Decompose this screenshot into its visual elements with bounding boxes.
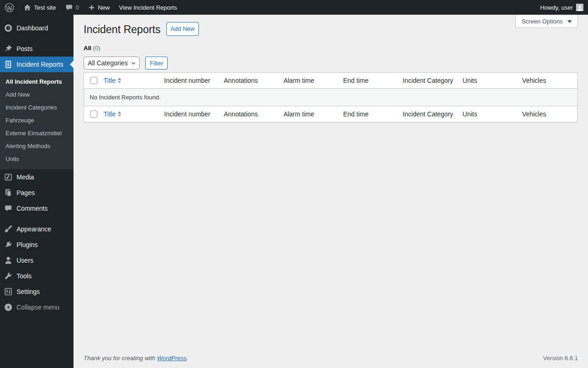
pin-icon xyxy=(0,44,17,53)
column-annotations: Annotations xyxy=(219,73,279,89)
sidebar-item-pages[interactable]: Pages xyxy=(0,185,74,201)
chevron-down-icon xyxy=(131,61,136,66)
column-title-bottom: Title xyxy=(99,106,159,122)
footer-version: Version 6.6.1 xyxy=(543,355,578,362)
sort-arrows-icon xyxy=(118,78,121,83)
document-icon xyxy=(0,60,17,69)
comments-menu[interactable]: 0 xyxy=(61,0,84,15)
views-list: All (0) xyxy=(84,45,579,52)
site-menu[interactable]: Test site xyxy=(19,0,61,15)
avatar xyxy=(576,4,583,11)
view-incident-reports-link[interactable]: View Incident Reports xyxy=(114,0,181,15)
collapse-menu-button[interactable]: Collapse menu xyxy=(0,299,74,315)
submenu-incident-categories[interactable]: Incident Categories xyxy=(0,101,74,114)
footer: Thank you for creating with WordPress. V… xyxy=(84,355,578,362)
view-all-link[interactable]: All xyxy=(84,45,91,52)
chevron-down-icon xyxy=(567,20,572,23)
column-end-time: End time xyxy=(339,73,398,89)
comments-count: 0 xyxy=(76,4,79,11)
sidebar-item-plugins[interactable]: Plugins xyxy=(0,237,74,253)
comment-bubble-icon xyxy=(65,4,73,12)
empty-message: No Incident Reports found. xyxy=(84,89,578,106)
sidebar-item-comments[interactable]: Comments xyxy=(0,201,74,216)
view-all-count: (0) xyxy=(93,45,100,52)
add-new-button[interactable]: Add New xyxy=(166,22,199,36)
settings-icon xyxy=(0,287,17,296)
incident-reports-submenu: All Incident Reports Add New Incident Ca… xyxy=(0,72,74,169)
user-icon xyxy=(0,256,17,265)
column-units-bottom: Units xyxy=(458,106,518,122)
sidebar-item-incident-reports[interactable]: Incident Reports xyxy=(0,57,74,72)
column-units: Units xyxy=(458,73,518,89)
comments-icon xyxy=(0,204,17,213)
table-footer-row: Title Incident number Annotations Alarm … xyxy=(84,106,578,122)
sidebar-item-appearance[interactable]: Appearance xyxy=(0,221,74,237)
table-nav: All Categories Filter xyxy=(84,57,579,69)
wrench-icon xyxy=(0,271,17,281)
pages-icon xyxy=(0,188,17,197)
media-icon xyxy=(0,172,17,182)
plus-icon xyxy=(88,4,95,11)
sort-arrows-icon xyxy=(118,111,121,117)
new-label: New xyxy=(98,4,110,11)
category-filter-select[interactable]: All Categories xyxy=(84,57,140,69)
column-incident-category-bottom: Incident Category xyxy=(398,106,458,122)
filter-button[interactable]: Filter xyxy=(145,57,168,69)
dashboard-icon xyxy=(0,23,17,33)
site-name: Test site xyxy=(34,4,56,11)
main-content: Screen Options Incident Reports Add New … xyxy=(74,15,588,368)
column-vehicles-bottom: Vehicles xyxy=(518,106,578,122)
collapse-icon xyxy=(0,303,17,312)
plugin-icon xyxy=(0,240,17,249)
brush-icon xyxy=(0,224,17,234)
howdy-text: Howdy, user xyxy=(540,4,573,11)
column-vehicles: Vehicles xyxy=(518,73,578,89)
new-menu[interactable]: New xyxy=(84,0,114,15)
column-incident-category: Incident Category xyxy=(398,73,458,89)
column-incident-number-bottom: Incident number xyxy=(159,106,219,122)
select-all-checkbox-bottom[interactable] xyxy=(90,110,97,118)
sidebar-item-dashboard[interactable]: Dashboard xyxy=(0,20,74,36)
submenu-all-incident-reports[interactable]: All Incident Reports xyxy=(0,75,74,88)
no-items-row: No Incident Reports found. xyxy=(84,89,578,106)
sidebar-item-users[interactable]: Users xyxy=(0,253,74,268)
column-incident-number: Incident number xyxy=(159,73,219,89)
incident-reports-table: Title Incident number Annotations Alarm … xyxy=(84,72,578,122)
column-title: Title xyxy=(99,73,159,89)
column-end-time-bottom: End time xyxy=(339,106,398,122)
admin-bar: Test site 0 New View Incident Reports Ho… xyxy=(0,0,588,15)
page-title: Incident Reports xyxy=(84,23,160,35)
sort-title-link[interactable]: Title xyxy=(103,76,121,85)
column-alarm-time: Alarm time xyxy=(279,73,339,89)
submenu-add-new[interactable]: Add New xyxy=(0,88,74,101)
submenu-units[interactable]: Units xyxy=(0,153,74,166)
home-icon xyxy=(23,4,31,12)
admin-sidebar: Dashboard Posts Incident Reports All Inc… xyxy=(0,15,74,368)
submenu-fahrzeuge[interactable]: Fahrzeuge xyxy=(0,114,74,127)
sidebar-item-posts[interactable]: Posts xyxy=(0,41,74,57)
screen-options-button[interactable]: Screen Options xyxy=(515,15,578,28)
my-account-menu[interactable]: Howdy, user xyxy=(536,0,588,15)
submenu-alerting-methods[interactable]: Alerting Methods xyxy=(0,140,74,153)
sidebar-item-media[interactable]: Media xyxy=(0,169,74,185)
wordpress-link[interactable]: WordPress xyxy=(157,355,187,362)
column-annotations-bottom: Annotations xyxy=(219,106,279,122)
wordpress-logo-icon xyxy=(5,3,14,12)
column-alarm-time-bottom: Alarm time xyxy=(279,106,339,122)
footer-thanks: Thank you for creating with WordPress. xyxy=(84,355,188,362)
submenu-externe-einsatzmittel[interactable]: Externe Einsatzmittel xyxy=(0,127,74,140)
wordpress-logo-menu[interactable] xyxy=(0,0,19,15)
sort-title-link-bottom[interactable]: Title xyxy=(103,110,121,118)
select-all-checkbox[interactable] xyxy=(90,77,97,84)
sidebar-item-tools[interactable]: Tools xyxy=(0,268,74,284)
sidebar-item-settings[interactable]: Settings xyxy=(0,284,74,299)
table-header-row: Title Incident number Annotations Alarm … xyxy=(84,73,578,89)
